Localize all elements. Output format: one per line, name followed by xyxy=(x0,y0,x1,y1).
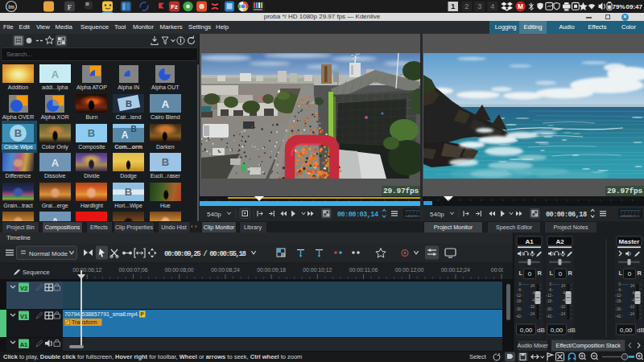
svg-text:-42: -42 xyxy=(615,315,621,319)
svg-text:A: A xyxy=(51,157,59,169)
svg-text:-12: -12 xyxy=(615,294,621,298)
svg-text:4: 4 xyxy=(490,2,494,10)
svg-text:-18: -18 xyxy=(546,299,551,303)
svg-text:R: R xyxy=(638,269,642,277)
svg-text:-10: -10 xyxy=(559,305,565,309)
svg-text:-6: -6 xyxy=(634,214,637,218)
svg-text:-24: -24 xyxy=(629,312,634,316)
svg-text:00:00:12;00: 00:00:12;00 xyxy=(395,267,424,273)
svg-text:0: 0 xyxy=(518,282,521,286)
svg-text:540p: 540p xyxy=(207,211,221,218)
svg-text:-18: -18 xyxy=(615,299,621,303)
svg-text:-4: -4 xyxy=(562,298,566,302)
svg-text:-4: -4 xyxy=(631,298,635,302)
svg-text:24: 24 xyxy=(561,284,566,288)
svg-text:-42: -42 xyxy=(546,315,551,319)
svg-text:00:00:06,18: 00:00:06,18 xyxy=(546,211,587,219)
svg-text:-30: -30 xyxy=(615,307,621,311)
svg-text:A: A xyxy=(162,98,170,110)
svg-text:L: L xyxy=(519,269,523,277)
svg-text:09:47: 09:47 xyxy=(626,3,643,10)
svg-text:-24: -24 xyxy=(559,312,565,316)
svg-text:dB: dB xyxy=(537,327,545,334)
svg-text:0: 0 xyxy=(628,270,632,278)
svg-text:79%: 79% xyxy=(613,3,625,10)
svg-text:-6: -6 xyxy=(518,288,522,292)
svg-text:24: 24 xyxy=(630,284,635,288)
svg-text:540p: 540p xyxy=(430,211,444,218)
svg-text:4: 4 xyxy=(563,291,565,295)
svg-text:A1: A1 xyxy=(525,238,534,245)
svg-text:B: B xyxy=(125,186,132,198)
svg-text:00:00:11;06: 00:00:11;06 xyxy=(349,267,378,273)
svg-text:A: A xyxy=(122,130,129,141)
svg-text:2: 2 xyxy=(464,2,469,10)
svg-text:00:00:12;24: 00:00:12;24 xyxy=(441,267,470,273)
svg-text:00:00:06;12: 00:00:06;12 xyxy=(72,267,101,273)
svg-text:00:00:07;06: 00:00:07;06 xyxy=(119,267,148,273)
svg-text:-6: -6 xyxy=(415,214,419,218)
svg-text:Transform: Transform xyxy=(72,319,97,325)
svg-text:A: A xyxy=(51,68,59,80)
svg-text:Master: Master xyxy=(619,238,640,245)
svg-text:A2: A2 xyxy=(555,238,564,245)
svg-text:R: R xyxy=(538,269,543,277)
svg-text:3: 3 xyxy=(477,2,481,10)
svg-text:0: 0 xyxy=(559,270,563,278)
svg-text:00:00:10;12: 00:00:10;12 xyxy=(303,267,332,273)
svg-text:V2: V2 xyxy=(20,285,27,292)
svg-text:0: 0 xyxy=(549,282,551,286)
svg-text:0: 0 xyxy=(618,282,621,286)
svg-text:Effect/Composition Stack: Effect/Composition Stack xyxy=(556,342,621,349)
svg-text:dB: dB xyxy=(637,327,644,334)
svg-text:00:00:08;00: 00:00:08;00 xyxy=(165,267,194,273)
svg-text:Normal Mode: Normal Mode xyxy=(29,250,68,257)
svg-text:00:00:03,14: 00:00:03,14 xyxy=(337,211,378,219)
svg-text:24: 24 xyxy=(530,284,535,288)
svg-text:0,00: 0,00 xyxy=(551,327,564,334)
svg-text:B: B xyxy=(88,127,95,139)
svg-text:-12: -12 xyxy=(546,294,551,298)
svg-text:-42: -42 xyxy=(515,315,521,319)
svg-text:00:00:13: 00:00:13 xyxy=(491,267,503,273)
svg-text:70794-538857791_small.mp4: 70794-538857791_small.mp4 xyxy=(64,311,138,318)
svg-text:P: P xyxy=(140,311,144,317)
svg-text:-10: -10 xyxy=(529,305,535,309)
svg-text:00:00:08;24: 00:00:08;24 xyxy=(211,267,240,273)
svg-text:-6: -6 xyxy=(548,288,552,292)
svg-text:R: R xyxy=(568,269,573,277)
svg-text:00:00:09;18: 00:00:09;18 xyxy=(257,267,286,273)
svg-text:-12: -12 xyxy=(515,294,521,298)
svg-text:00:00:09,25 / 00:00:55,18: 00:00:09,25 / 00:00:55,18 xyxy=(164,250,246,258)
svg-text:dB: dB xyxy=(568,327,576,334)
svg-text:4: 4 xyxy=(632,291,634,295)
svg-text:4: 4 xyxy=(532,291,535,295)
svg-text:-6: -6 xyxy=(617,288,621,292)
svg-text:B: B xyxy=(162,156,169,168)
svg-text:-4: -4 xyxy=(531,298,535,302)
svg-text:M: M xyxy=(518,2,523,10)
svg-text:B: B xyxy=(14,127,22,139)
svg-text:-30: -30 xyxy=(546,307,551,311)
svg-text:B: B xyxy=(126,99,132,109)
svg-text:Audio Mixer: Audio Mixer xyxy=(518,342,549,349)
svg-text:L: L xyxy=(619,269,623,277)
svg-text:-30: -30 xyxy=(515,307,521,311)
svg-text:0,00: 0,00 xyxy=(520,327,533,334)
svg-text:A1: A1 xyxy=(20,341,28,348)
svg-text:0: 0 xyxy=(528,270,532,278)
svg-text:-10: -10 xyxy=(629,305,634,309)
svg-text:L: L xyxy=(550,269,554,277)
svg-text:0,00: 0,00 xyxy=(620,327,633,334)
svg-text:-24: -24 xyxy=(529,312,535,316)
svg-text:1: 1 xyxy=(451,2,455,10)
svg-text:-18: -18 xyxy=(515,299,521,303)
svg-text:V1: V1 xyxy=(20,313,27,320)
svg-text:B: B xyxy=(130,125,136,134)
